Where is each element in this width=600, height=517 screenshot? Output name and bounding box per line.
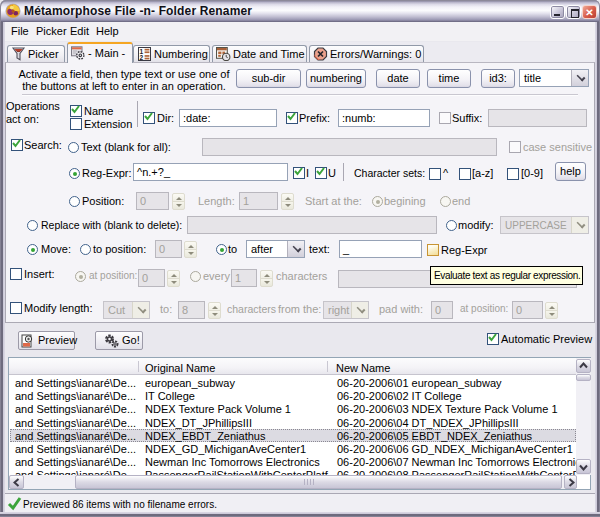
- svg-text:2: 2: [140, 54, 144, 61]
